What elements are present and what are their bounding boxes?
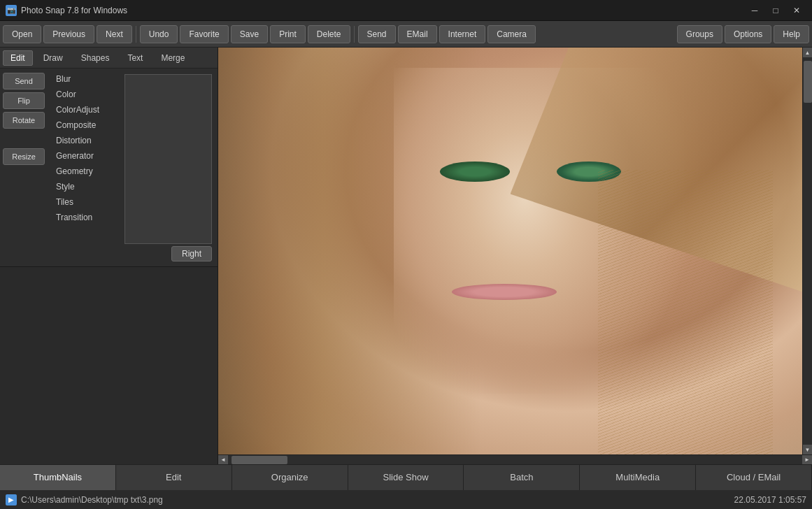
scroll-track-vertical[interactable] xyxy=(803,57,813,445)
tab-merge[interactable]: Merge xyxy=(153,50,192,66)
tab-text[interactable]: Text xyxy=(120,50,150,66)
groups-button[interactable]: Groups xyxy=(677,25,722,43)
menu-composite[interactable]: Composite xyxy=(50,117,117,133)
menu-generator[interactable]: Generator xyxy=(50,148,117,164)
resize-button[interactable]: Resize xyxy=(3,148,45,165)
menu-style[interactable]: Style xyxy=(50,179,117,194)
menu-blur[interactable]: Blur xyxy=(50,71,117,87)
scroll-down-arrow[interactable]: ▼ xyxy=(803,445,813,454)
right-button[interactable]: Right xyxy=(171,246,212,261)
camera-button[interactable]: Camera xyxy=(487,25,536,43)
tab-draw[interactable]: Draw xyxy=(36,50,71,66)
open-button[interactable]: Open xyxy=(3,25,41,43)
app-icon: 📷 xyxy=(6,5,17,16)
favorite-button[interactable]: Favorite xyxy=(180,25,228,43)
menu-transition[interactable]: Transition xyxy=(50,210,117,225)
tab-edit-bottom[interactable]: Edit xyxy=(116,465,232,490)
scroll-track-horizontal[interactable] xyxy=(228,455,802,465)
delete-button[interactable]: Delete xyxy=(308,25,350,43)
window-controls: ─ □ ✕ xyxy=(745,3,806,17)
scroll-thumb-vertical[interactable] xyxy=(804,61,812,103)
tab-shapes[interactable]: Shapes xyxy=(73,50,117,66)
undo-button[interactable]: Undo xyxy=(140,25,178,43)
horizontal-scrollbar[interactable]: ◄ ► xyxy=(218,454,812,464)
main-image-area[interactable] xyxy=(218,48,802,454)
options-button[interactable]: Options xyxy=(725,25,771,43)
flip-button[interactable]: Flip xyxy=(3,92,45,109)
tab-edit[interactable]: Edit xyxy=(3,50,33,66)
vertical-scrollbar[interactable]: ▲ ▼ xyxy=(802,48,812,454)
menu-tiles[interactable]: Tiles xyxy=(50,194,117,210)
portrait-image xyxy=(218,48,802,454)
app-title: Photo Snap 7.8 for Windows xyxy=(21,6,745,15)
scroll-right-arrow[interactable]: ► xyxy=(802,455,812,465)
rotate-button[interactable]: Rotate xyxy=(3,112,45,129)
email-button[interactable]: EMail xyxy=(398,25,437,43)
file-path: C:\Users\admin\Desktop\tmp txt\3.png xyxy=(21,495,163,505)
main-toolbar: Open Previous Next Undo Favorite Save Pr… xyxy=(0,21,812,48)
tab-batch[interactable]: Batch xyxy=(464,465,580,490)
menu-distortion[interactable]: Distortion xyxy=(50,133,117,148)
tab-organize[interactable]: Organize xyxy=(232,465,348,490)
previous-button[interactable]: Previous xyxy=(43,25,94,43)
scroll-left-arrow[interactable]: ◄ xyxy=(218,455,228,465)
sub-toolbar: Edit Draw Shapes Text Merge xyxy=(0,48,218,69)
tab-thumbnails[interactable]: ThumbNails xyxy=(0,465,116,490)
main-content: Edit Draw Shapes Text Merge Send Flip Ro… xyxy=(0,48,812,464)
menu-coloradjust[interactable]: ColorAdjust xyxy=(50,102,117,117)
bottom-tabs: ThumbNails Edit Organize Slide Show Batc… xyxy=(0,464,812,489)
title-bar: 📷 Photo Snap 7.8 for Windows ─ □ ✕ xyxy=(0,0,812,21)
side-buttons: Send Flip Rotate Resize xyxy=(0,69,49,266)
image-wrapper: ▲ ▼ ◄ ► xyxy=(218,48,812,464)
image-main-row: ▲ ▼ xyxy=(218,48,812,454)
scroll-thumb-horizontal[interactable] xyxy=(232,456,287,464)
send-button[interactable]: Send xyxy=(358,25,396,43)
send-side-button[interactable]: Send xyxy=(3,73,45,89)
save-button[interactable]: Save xyxy=(231,25,268,43)
separator-1 xyxy=(136,26,136,43)
next-button[interactable]: Next xyxy=(97,25,132,43)
internet-button[interactable]: Internet xyxy=(439,25,486,43)
left-panel: Edit Draw Shapes Text Merge Send Flip Ro… xyxy=(0,48,218,464)
tab-cloud-email[interactable]: Cloud / EMail xyxy=(696,465,812,490)
print-button[interactable]: Print xyxy=(270,25,306,43)
scroll-up-arrow[interactable]: ▲ xyxy=(803,48,813,57)
help-button[interactable]: Help xyxy=(774,25,809,43)
menu-geometry[interactable]: Geometry xyxy=(50,164,117,179)
tab-slideshow[interactable]: Slide Show xyxy=(348,465,464,490)
status-bar: ▶ C:\Users\admin\Desktop\tmp txt\3.png 2… xyxy=(0,489,812,509)
left-content: Send Flip Rotate Resize Blur Color Color… xyxy=(0,69,218,266)
minimize-button[interactable]: ─ xyxy=(745,3,764,17)
status-icon: ▶ xyxy=(6,494,17,506)
timestamp: 22.05.2017 1:05:57 xyxy=(734,495,806,505)
maximize-button[interactable]: □ xyxy=(766,3,785,17)
effect-preview xyxy=(124,74,212,244)
close-button[interactable]: ✕ xyxy=(787,3,806,17)
tab-multimedia[interactable]: MultiMedia xyxy=(580,465,696,490)
thumbnail-area xyxy=(0,266,218,465)
effects-menu: Blur Color ColorAdjust Composite Distort… xyxy=(49,69,119,266)
separator-2 xyxy=(354,26,355,43)
menu-color[interactable]: Color xyxy=(50,87,117,102)
